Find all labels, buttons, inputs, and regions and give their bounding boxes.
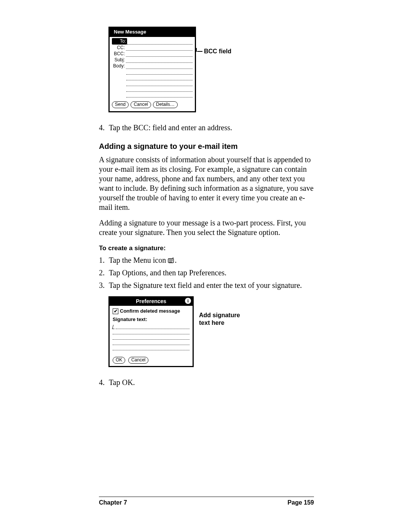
pda-title-bar: Preferences i (110, 297, 193, 306)
step-b2: 2. Tap Options, and then tap Preferences… (99, 268, 314, 278)
callout-bcc-label: BCC field (204, 48, 231, 55)
signature-line[interactable] (113, 329, 190, 334)
input-to[interactable] (127, 40, 193, 45)
ok-button[interactable]: OK (113, 357, 125, 364)
confirm-deleted-label: Confirm deleted message (120, 308, 180, 314)
step-number: 1. (99, 256, 109, 265)
text-cursor-icon (112, 325, 116, 329)
page-footer: Chapter 7 Page 159 (34, 497, 377, 506)
details-button[interactable]: Details… (153, 101, 178, 108)
pda-preferences: Preferences i ✔ Confirm deleted message … (108, 296, 194, 367)
step-text: Tap the Signature text field and enter t… (109, 281, 314, 290)
signature-text-label: Signature text: (113, 316, 190, 323)
signature-line[interactable] (113, 345, 190, 350)
pda-title-bar: New Message (110, 28, 195, 37)
signature-line-1[interactable] (113, 324, 190, 329)
step-text: Tap the Menu icon . (109, 256, 314, 265)
label-subj: Subj: (112, 57, 126, 63)
pda-title: Preferences (136, 298, 166, 304)
input-cc[interactable] (126, 46, 193, 51)
cancel-button[interactable]: Cancel (128, 357, 148, 364)
step-4a: 4. Tap the BCC: field and enter an addre… (99, 123, 314, 133)
page: New Message To: CC: BCC: (0, 0, 411, 532)
label-bcc: BCC: (112, 51, 126, 57)
confirm-deleted-row[interactable]: ✔ Confirm deleted message (113, 308, 190, 314)
signature-line[interactable] (113, 334, 190, 340)
heading-adding-signature: Adding a signature to your e-mail item (99, 142, 314, 151)
input-body[interactable] (126, 65, 193, 69)
step-text: Tap Options, and then tap Preferences. (109, 268, 314, 278)
input-subj[interactable] (126, 59, 193, 63)
paragraph-two-part: Adding a signature to your message is a … (99, 218, 314, 237)
paragraph-signature-description: A signature consists of information abou… (99, 155, 314, 212)
callout-bcc: BCC field (196, 48, 231, 55)
label-to: To: (112, 38, 127, 45)
signature-line[interactable] (113, 340, 190, 345)
cancel-button[interactable]: Cancel (131, 101, 151, 108)
pda-new-message: New Message To: CC: BCC: (108, 27, 196, 112)
checkbox-checked-icon[interactable]: ✔ (113, 308, 118, 314)
figure-new-message: New Message To: CC: BCC: (99, 27, 314, 112)
footer-rule (99, 497, 314, 497)
menu-icon (168, 257, 175, 264)
callout-line1: Add signature (199, 312, 240, 319)
footer-chapter: Chapter 7 (99, 499, 127, 506)
footer-page-number: Page 159 (288, 499, 314, 506)
step-number: 3. (99, 281, 109, 290)
step-4b: 4. Tap OK. (99, 378, 314, 387)
step-b1: 1. Tap the Menu icon . (99, 256, 314, 265)
callout-line2: text here (199, 319, 240, 327)
main-content: New Message To: CC: BCC: (99, 27, 314, 387)
step-text: Tap the BCC: field and enter an address. (109, 123, 314, 133)
step-b3: 3. Tap the Signature text field and ente… (99, 281, 314, 290)
body-extra-lines[interactable] (112, 69, 193, 97)
step-number: 4. (99, 378, 109, 387)
subheading-create-signature: To create a signature: (99, 244, 314, 252)
step-number: 4. (99, 123, 109, 133)
label-cc: CC: (112, 45, 126, 51)
pda-title: New Message (112, 29, 148, 36)
send-button[interactable]: Send (112, 101, 129, 108)
step-number: 2. (99, 268, 109, 278)
callout-add-signature: Add signature text here (199, 312, 240, 327)
label-body: Body: (112, 63, 126, 69)
input-bcc[interactable] (126, 53, 193, 57)
info-icon[interactable]: i (185, 298, 191, 304)
step-text: Tap OK. (109, 378, 314, 387)
figure-preferences: Preferences i ✔ Confirm deleted message … (99, 296, 314, 367)
